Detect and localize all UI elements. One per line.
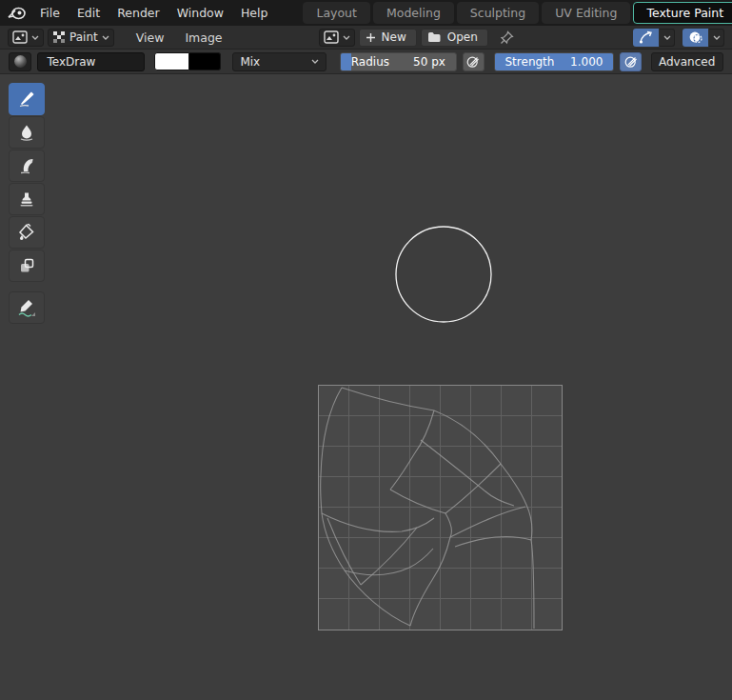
browse-image-icon (324, 30, 339, 44)
radius-pressure-toggle[interactable] (463, 52, 485, 71)
tool-clone[interactable] (9, 183, 45, 215)
menu-edit[interactable]: Edit (69, 6, 109, 20)
topbar: File Edit Render Window Help Layout Mode… (0, 0, 732, 26)
strength-slider[interactable]: Strength 1.000 (494, 52, 615, 71)
radius-label: Radius (351, 55, 389, 69)
background-color-swatch[interactable] (189, 52, 221, 70)
folder-icon (427, 31, 442, 43)
image-editor-icon (12, 30, 28, 44)
color-swatches (154, 52, 221, 70)
tab-uv-editing[interactable]: UV Editing (542, 2, 630, 24)
pressure-icon (466, 55, 480, 69)
chevron-down-icon (713, 35, 721, 40)
new-button-label: New (382, 30, 406, 44)
header-toggles (633, 29, 724, 47)
strength-label: Strength (505, 55, 555, 69)
foreground-color-swatch[interactable] (154, 52, 189, 70)
paint-mode-icon (52, 30, 66, 44)
workspace-tabs: Layout Modeling Sculpting UV Editing Tex… (303, 0, 732, 26)
tab-texture-paint[interactable]: Texture Paint (633, 2, 732, 24)
strength-pressure-toggle[interactable] (620, 52, 642, 71)
brush-preview-button[interactable] (9, 52, 31, 71)
image-editor-canvas[interactable] (0, 75, 732, 700)
overlays-icon (688, 30, 702, 44)
chevron-down-icon (715, 59, 716, 64)
menu-image[interactable]: Image (176, 30, 230, 45)
blender-logo-icon[interactable] (8, 5, 26, 22)
mode-label: Paint (69, 30, 98, 44)
menu-help[interactable]: Help (232, 6, 277, 20)
mask-icon (17, 256, 36, 275)
soften-droplet-icon (17, 123, 36, 142)
overlays-toggle-group (683, 29, 724, 47)
blend-mode-dropdown[interactable]: Mix (232, 52, 326, 71)
tab-layout[interactable]: Layout (303, 2, 370, 24)
brush-name-field[interactable]: TexDraw (37, 52, 145, 71)
chevron-down-icon (343, 35, 350, 40)
new-image-button[interactable]: New (359, 29, 417, 47)
chevron-down-icon (31, 35, 39, 40)
tab-sculpting[interactable]: Sculpting (457, 2, 539, 24)
tool-draw[interactable] (9, 83, 45, 115)
radius-slider[interactable]: Radius 50 px (340, 52, 457, 71)
menu-view[interactable]: View (128, 30, 173, 45)
tool-annotate[interactable] (9, 291, 45, 324)
show-overlays-toggle[interactable] (683, 29, 708, 47)
tool-fill[interactable] (9, 216, 45, 249)
mode-dropdown[interactable]: Paint (48, 29, 114, 47)
chevron-down-icon (311, 59, 319, 64)
annotate-pen-icon (16, 297, 37, 318)
smear-icon (17, 156, 36, 175)
browse-image-button[interactable] (319, 29, 355, 47)
pressure-icon (624, 55, 638, 69)
open-image-button[interactable]: Open (421, 29, 488, 47)
brush-name: TexDraw (47, 55, 95, 69)
open-button-label: Open (447, 30, 478, 44)
brush-sphere-icon (14, 55, 27, 68)
texture-image[interactable] (318, 385, 563, 633)
editor-type-button[interactable] (8, 29, 44, 47)
brush-cursor (395, 226, 492, 326)
chevron-down-icon (102, 35, 109, 40)
menu-file[interactable]: File (31, 6, 69, 20)
menu-window[interactable]: Window (168, 6, 232, 20)
tool-column (9, 83, 45, 324)
tool-soften[interactable] (9, 116, 45, 149)
radius-value: 50 px (413, 55, 445, 69)
tab-modeling[interactable]: Modeling (373, 2, 454, 24)
fill-bucket-icon (17, 223, 36, 242)
image-editor-header: Paint View Image New Open (0, 26, 732, 50)
advanced-dropdown[interactable]: Advanced (651, 52, 723, 71)
show-gizmo-toggle[interactable] (633, 29, 659, 47)
chevron-down-icon (663, 35, 671, 40)
gizmo-toggle-group (633, 29, 675, 47)
gizmo-icon (639, 30, 653, 44)
clone-stamp-icon (17, 190, 36, 209)
radius-slider-fill (341, 53, 351, 70)
advanced-label: Advanced (659, 55, 715, 69)
overlays-dropdown[interactable] (709, 29, 724, 47)
menu-render[interactable]: Render (109, 6, 168, 20)
plus-icon (366, 32, 376, 43)
gizmo-dropdown[interactable] (660, 29, 675, 47)
tool-smear[interactable] (9, 150, 45, 182)
draw-brush-icon (17, 90, 36, 109)
tool-mask[interactable] (9, 250, 45, 282)
tool-settings-bar: TexDraw Mix Radius 50 px Strength 1.000 … (0, 50, 732, 74)
blend-mode-value: Mix (240, 55, 260, 69)
pin-icon[interactable] (500, 30, 514, 45)
strength-value: 1.000 (570, 55, 603, 69)
